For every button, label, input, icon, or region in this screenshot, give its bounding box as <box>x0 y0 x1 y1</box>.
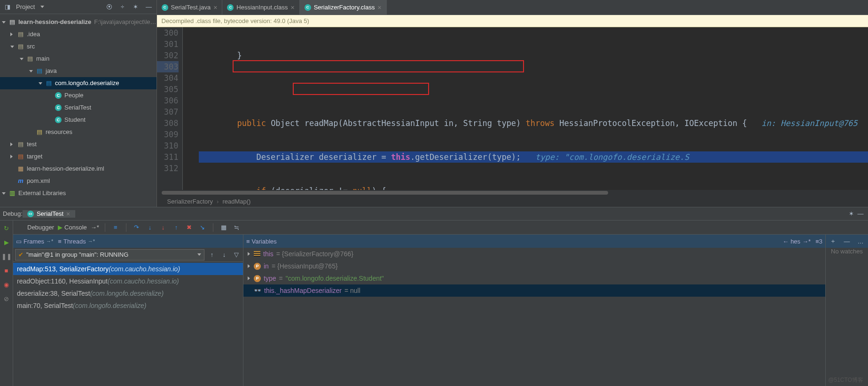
tree-node[interactable]: ▤main <box>0 53 156 65</box>
editor-tab[interactable]: CSerialTest.java× <box>157 0 223 15</box>
variable-row[interactable]: 👓this._hashMapDeserializer = null <box>243 284 825 297</box>
tree-node[interactable]: ▤java <box>0 65 156 77</box>
chevron-down-icon[interactable] <box>29 70 33 72</box>
line-number[interactable]: 308 <box>157 118 179 129</box>
chevron-right-icon[interactable] <box>10 142 13 146</box>
chevron-right-icon[interactable] <box>10 155 13 158</box>
breakpoints-icon[interactable]: ◉ <box>2 280 11 289</box>
show-executionpoint-icon[interactable]: ≡ <box>111 223 120 232</box>
close-icon[interactable]: × <box>377 4 381 11</box>
project-tree[interactable]: ▤ learn-hession-deserialize F:\java\java… <box>0 14 156 201</box>
line-number[interactable]: 303 <box>157 61 179 72</box>
tree-node[interactable]: ▤resources <box>0 126 156 138</box>
chevron-down-icon[interactable] <box>39 82 42 85</box>
line-number[interactable]: 312 <box>157 163 179 174</box>
breadcrumb-class[interactable]: SerializerFactory <box>167 198 213 205</box>
code-editor[interactable]: 300301302303304305306307308309310311312 … <box>157 27 868 190</box>
drop-frame-icon[interactable]: ✖ <box>185 223 194 232</box>
editor-tab[interactable]: CHessianInput.class× <box>222 0 299 15</box>
gear-icon[interactable]: ✶ <box>131 2 141 12</box>
threads-tab[interactable]: ≡ Threads →* <box>58 238 95 245</box>
mute-icon[interactable]: ⊘ <box>2 294 11 303</box>
variables-list[interactable]: this = {SerializerFactory@766}Pin = {Hes… <box>243 248 825 386</box>
rerun-icon[interactable]: ↻ <box>2 223 11 233</box>
minimize-icon[interactable]: — <box>144 2 154 12</box>
line-number[interactable]: 301 <box>157 39 179 50</box>
locate-icon[interactable]: ⦿ <box>105 2 114 12</box>
add-watch-icon[interactable]: ＋ <box>829 236 837 246</box>
project-dropdown-caret[interactable] <box>40 6 44 8</box>
next-frame-icon[interactable]: ↓ <box>219 250 229 260</box>
evaluate-expression-icon[interactable]: ▦ <box>219 223 228 232</box>
line-number[interactable]: 305 <box>157 84 179 95</box>
tree-node[interactable]: CStudent <box>0 114 156 126</box>
editor-tab[interactable]: CSerializerFactory.class× <box>300 0 387 15</box>
chevron-down-icon[interactable] <box>20 58 23 60</box>
tree-node[interactable]: ▤target <box>0 150 156 163</box>
tree-node[interactable]: ▦learn-hession-deserialize.iml <box>0 163 156 175</box>
debug-run-tab[interactable]: ▭ SerialTest × <box>23 210 75 218</box>
debug-gear-icon[interactable]: ✶ <box>846 209 856 219</box>
chevron-down-icon[interactable] <box>10 46 14 48</box>
line-number[interactable]: 307 <box>157 106 179 118</box>
resume-icon[interactable]: ▶ <box>2 237 11 247</box>
chevron-down-icon[interactable] <box>197 253 201 256</box>
close-icon[interactable]: × <box>290 4 294 11</box>
tree-root[interactable]: ▤ learn-hession-deserialize F:\java\java… <box>0 16 156 28</box>
chevron-right-icon[interactable] <box>248 252 250 256</box>
editor-horizontal-scrollbar[interactable] <box>157 190 868 196</box>
line-number[interactable]: 302 <box>157 50 179 61</box>
variable-row[interactable]: this = {SerializerFactory@766} <box>243 248 825 260</box>
filter-icon[interactable]: ▽ <box>232 250 241 260</box>
variable-row[interactable]: Ptype = "com.longofo.deserialize.Student… <box>243 272 825 284</box>
more-watch-icon[interactable]: … <box>856 236 865 246</box>
chevron-right-icon[interactable] <box>10 32 13 36</box>
stack-frame[interactable]: main:70, SerialTest (com.longofo.deseria… <box>13 299 243 312</box>
tree-node[interactable]: ▤com.longofo.deserialize <box>0 77 156 89</box>
chevron-right-icon[interactable] <box>248 276 250 280</box>
thread-selector[interactable]: ✔ "main"@1 in group "main": RUNNING <box>15 249 204 260</box>
debugger-tab[interactable]: Debugger <box>27 224 54 231</box>
step-over-icon[interactable]: ↷ <box>132 223 141 232</box>
tree-node[interactable]: mpom.xml <box>0 175 156 187</box>
line-number[interactable]: 309 <box>157 129 179 140</box>
stop-icon[interactable]: ■ <box>2 266 11 275</box>
run-to-cursor-icon[interactable]: ↘ <box>198 223 207 232</box>
step-into-icon[interactable]: ↓ <box>145 223 155 232</box>
pause-icon[interactable]: ❚❚ <box>2 252 11 261</box>
chevron-down-icon[interactable] <box>2 21 6 24</box>
stack-frame[interactable]: readObject:1160, HessianInput (com.cauch… <box>13 275 243 287</box>
tree-node[interactable]: CSerialTest <box>0 102 156 114</box>
collapse-icon[interactable]: ÷ <box>118 2 127 12</box>
prev-frame-icon[interactable]: ↑ <box>207 250 217 260</box>
line-number[interactable]: 300 <box>157 27 179 39</box>
remove-watch-icon[interactable]: — <box>842 236 851 246</box>
debug-minimize-icon[interactable]: — <box>856 209 865 219</box>
close-icon[interactable]: × <box>66 210 70 218</box>
line-number[interactable]: 306 <box>157 95 179 106</box>
stack-frame-text: deserialize:38, SerialTest <box>17 287 90 299</box>
chevron-down-icon[interactable] <box>2 192 6 195</box>
trace-icon[interactable]: ≒ <box>232 223 242 232</box>
variable-row[interactable]: Pin = {HessianInput@765} <box>243 260 825 272</box>
close-icon[interactable]: × <box>213 4 217 11</box>
step-out-icon[interactable]: ↑ <box>172 223 181 232</box>
force-step-into-icon[interactable]: ↓ <box>158 223 168 232</box>
stack-frame[interactable]: deserialize:38, SerialTest (com.longofo.… <box>13 287 243 299</box>
tree-external-libs[interactable]: ▥ External Libraries <box>0 187 156 199</box>
console-tab[interactable]: ▶ Console <box>58 224 87 231</box>
frames-tab[interactable]: ▭ Frames →* <box>16 238 53 245</box>
hes-label[interactable]: ← hes →* <box>782 238 811 245</box>
tree-node[interactable]: CPeople <box>0 89 156 102</box>
tree-node[interactable]: ▤src <box>0 40 156 53</box>
line-number[interactable]: 311 <box>157 151 179 163</box>
line-number[interactable]: 304 <box>157 72 179 84</box>
breadcrumb-method[interactable]: readMap() <box>222 198 250 205</box>
tree-node[interactable]: ▤.idea <box>0 28 156 40</box>
more-arrow[interactable]: →* <box>91 224 99 231</box>
line-number[interactable]: 310 <box>157 140 179 151</box>
stack-frames[interactable]: readMap:513, SerializerFactory (com.cauc… <box>13 262 243 386</box>
chevron-right-icon[interactable] <box>248 264 250 268</box>
stack-frame[interactable]: readMap:513, SerializerFactory (com.cauc… <box>13 263 243 275</box>
tree-node[interactable]: ▤test <box>0 138 156 150</box>
